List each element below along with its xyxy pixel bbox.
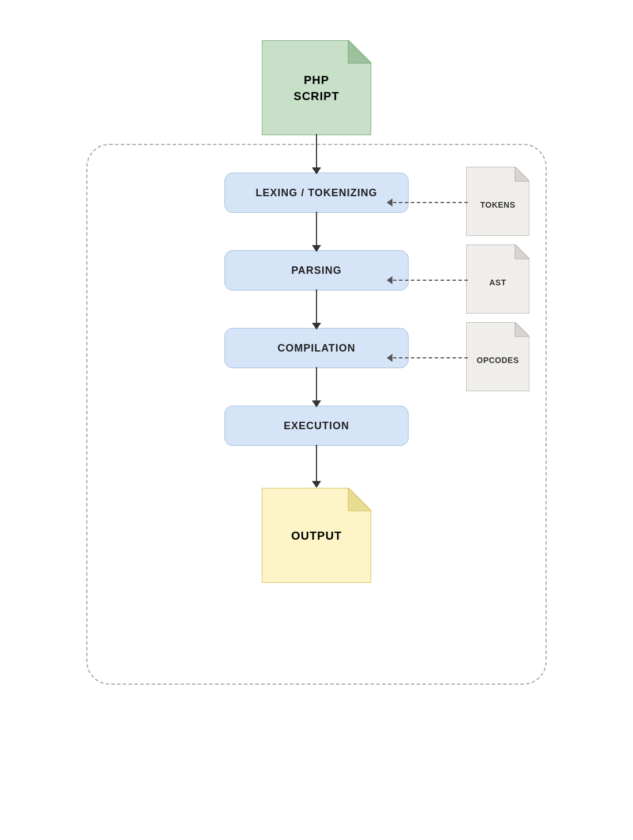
- svg-marker-9: [348, 488, 371, 511]
- arrow-parsing-to-compilation: [316, 289, 317, 324]
- ast-doc: AST: [466, 245, 529, 316]
- arrow-compilation-to-execution: [316, 367, 317, 402]
- dashed-arrow-tokens: [387, 198, 468, 207]
- execution-box: EXECUTION: [224, 406, 409, 446]
- ast-label: AST: [489, 273, 506, 287]
- parsing-box: PARSING: [224, 250, 409, 291]
- svg-marker-3: [515, 167, 529, 181]
- svg-marker-5: [515, 245, 529, 259]
- tokens-doc: TOKENS: [466, 167, 529, 238]
- lexing-box: LEXING / TOKENIZING: [224, 173, 409, 213]
- svg-marker-7: [515, 322, 529, 337]
- diagram-container: PHP SCRIPT LEXING / TOKENIZING TOKENS: [69, 23, 564, 817]
- opcodes-doc: OPCODES: [466, 322, 529, 394]
- arrow-php-to-lexing: [316, 134, 317, 169]
- dashed-arrow-opcodes: [387, 354, 468, 362]
- output-node: OUTPUT: [262, 488, 371, 583]
- svg-marker-1: [348, 40, 371, 63]
- compilation-box: COMPILATION: [224, 328, 409, 368]
- arrow-lexing-to-parsing: [316, 212, 317, 246]
- php-script-label: PHP SCRIPT: [293, 72, 339, 104]
- opcodes-label: OPCODES: [476, 351, 519, 365]
- tokens-label: TOKENS: [480, 196, 515, 209]
- arrow-execution-to-output: [316, 445, 317, 482]
- dashed-arrow-ast: [387, 276, 468, 284]
- output-label: OUTPUT: [291, 528, 342, 544]
- php-script-node: PHP SCRIPT: [262, 40, 371, 135]
